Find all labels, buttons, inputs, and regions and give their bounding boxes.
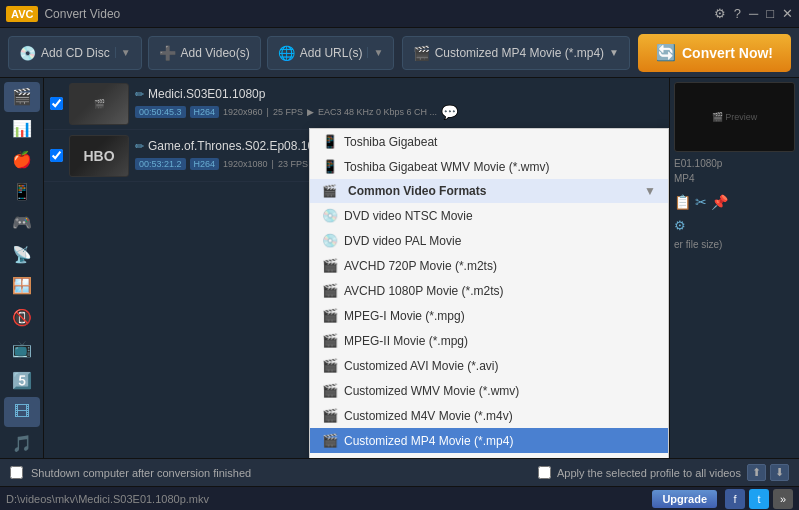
side-icon-bar: 🎬 📊 🍎 📱 🎮 📡 🪟 📵 📺 5️⃣ 🎞 🎵 — [0, 78, 44, 458]
app-title: Convert Video — [44, 7, 713, 21]
help-icon[interactable]: ? — [734, 6, 741, 21]
format-dropdown[interactable]: 📱 Toshiba Gigabeat 📱 Toshiba Gigabeat WM… — [309, 128, 669, 458]
item-icon-0: 💿 — [322, 208, 338, 223]
settings-small-icon[interactable]: ⚙ — [674, 218, 686, 233]
sidebar-item-windows[interactable]: 🪟 — [4, 271, 40, 301]
right-panel-info: E01.1080p MP4 — [674, 156, 795, 186]
file2-edit-icon: ✏ — [135, 140, 144, 153]
minimize-icon[interactable]: ─ — [749, 6, 758, 21]
right-panel-actions[interactable]: 📋 ✂ 📌 — [674, 194, 795, 210]
apply-icon-2[interactable]: ⬇ — [770, 464, 789, 481]
item-icon-6: 🎬 — [322, 358, 338, 373]
sidebar-item-film[interactable]: 🎞 — [4, 397, 40, 427]
close-icon[interactable]: ✕ — [782, 6, 793, 21]
dropdown-group-item-2[interactable]: 🎬AVCHD 720P Movie (*.m2ts) — [310, 253, 668, 278]
toshiba-icon: 📱 — [322, 134, 338, 149]
shutdown-checkbox[interactable] — [10, 466, 23, 479]
item-icon-2: 🎬 — [322, 258, 338, 273]
add-url-button[interactable]: 🌐 Add URL(s) ▼ — [267, 36, 395, 70]
file1-thumbnail: 🎬 — [69, 83, 129, 125]
dropdown-item-toshiba[interactable]: 📱 Toshiba Gigabeat — [310, 129, 668, 154]
file2-checkbox[interactable] — [50, 149, 63, 162]
file1-edit-icon: ✏ — [135, 88, 144, 101]
list-item: 🎬 ✏ Medici.S03E01.1080p 00:50:45.3 H264 … — [44, 78, 669, 130]
apply-icons[interactable]: ⬆ ⬇ — [747, 464, 789, 481]
toshiba-wmv-icon: 📱 — [322, 159, 338, 174]
convert-now-label: Convert Now! — [682, 45, 773, 61]
dropdown-group-items: 💿DVD video NTSC Movie💿DVD video PAL Movi… — [310, 203, 668, 458]
file2-thumbnail: HBO — [69, 135, 129, 177]
refresh-icon: 🔄 — [656, 43, 676, 62]
dropdown-group-item-6[interactable]: 🎬Customized AVI Movie (*.avi) — [310, 353, 668, 378]
twitter-icon[interactable]: t — [749, 489, 769, 509]
upgrade-button[interactable]: Upgrade — [652, 490, 717, 508]
add-video-button[interactable]: ➕ Add Video(s) — [148, 36, 261, 70]
file-size-info: er file size) — [674, 237, 795, 252]
group-collapse-icon[interactable]: ▼ — [644, 184, 656, 198]
social-icons[interactable]: f t » — [725, 489, 793, 509]
file1-checkbox[interactable] — [50, 97, 63, 110]
item-icon-8: 🎬 — [322, 408, 338, 423]
format-arrow[interactable]: ▼ — [609, 47, 619, 58]
dropdown-group-item-10[interactable]: 🎬Apple QuickTime Movie (*.mov) — [310, 453, 668, 458]
dropdown-group-item-4[interactable]: 🎬MPEG-I Movie (*.mpg) — [310, 303, 668, 328]
add-url-arrow[interactable]: ▼ — [367, 47, 383, 58]
dropdown-group-header[interactable]: 🎬 Common Video Formats ▼ — [310, 179, 668, 203]
maximize-icon[interactable]: □ — [766, 6, 774, 21]
sidebar-item-video[interactable]: 🎬 — [4, 82, 40, 112]
settings-row: ⚙ — [674, 218, 795, 233]
apply-icon-1[interactable]: ⬆ — [747, 464, 766, 481]
cut-icon[interactable]: ✂ — [695, 194, 707, 210]
toolbar-right: 🎬 Customized MP4 Movie (*.mp4) ▼ 🔄 Conve… — [402, 34, 791, 72]
dropdown-group-item-0[interactable]: 💿DVD video NTSC Movie — [310, 203, 668, 228]
main-area: 🎬 📊 🍎 📱 🎮 📡 🪟 📵 📺 5️⃣ 🎞 🎵 🎬 ✏ Medici.S03… — [0, 78, 799, 458]
sidebar-item-html5[interactable]: 5️⃣ — [4, 366, 40, 396]
video-add-icon: ➕ — [159, 45, 176, 61]
copy-icon[interactable]: 📋 — [674, 194, 691, 210]
sidebar-item-tv[interactable]: 📺 — [4, 334, 40, 364]
file-list: 🎬 ✏ Medici.S03E01.1080p 00:50:45.3 H264 … — [44, 78, 669, 458]
app-logo: AVC — [6, 6, 38, 22]
dropdown-group-item-3[interactable]: 🎬AVCHD 1080P Movie (*.m2ts) — [310, 278, 668, 303]
file-path: D:\videos\mkv\Medici.S03E01.1080p.mkv — [6, 493, 644, 505]
sidebar-item-huawei[interactable]: 📡 — [4, 240, 40, 270]
add-video-label: Add Video(s) — [181, 46, 250, 60]
sidebar-item-music[interactable]: 🎵 — [4, 429, 40, 459]
dropdown-group-item-7[interactable]: 🎬Customized WMV Movie (*.wmv) — [310, 378, 668, 403]
status-bar: Shutdown computer after conversion finis… — [0, 458, 799, 486]
dropdown-group-item-8[interactable]: 🎬Customized M4V Movie (*.m4v) — [310, 403, 668, 428]
more-icon[interactable]: » — [773, 489, 793, 509]
url-icon: 🌐 — [278, 45, 295, 61]
format-icon: 🎬 — [413, 45, 430, 61]
dropdown-group-item-1[interactable]: 💿DVD video PAL Movie — [310, 228, 668, 253]
right-panel-thumbnail: 🎬 Preview — [674, 82, 795, 152]
sidebar-item-playstation[interactable]: 🎮 — [4, 208, 40, 238]
sidebar-item-apple[interactable]: 🍎 — [4, 145, 40, 175]
file1-meta: 00:50:45.3 H264 1920x960 | 25 FPS ▶ EAC3… — [135, 104, 663, 120]
facebook-icon[interactable]: f — [725, 489, 745, 509]
dropdown-group-item-5[interactable]: 🎬MPEG-II Movie (*.mpg) — [310, 328, 668, 353]
item-icon-1: 💿 — [322, 233, 338, 248]
item-icon-3: 🎬 — [322, 283, 338, 298]
paste-icon[interactable]: 📌 — [711, 194, 728, 210]
convert-now-button[interactable]: 🔄 Convert Now! — [638, 34, 791, 72]
add-cd-button[interactable]: 💿 Add CD Disc ▼ — [8, 36, 142, 70]
file1-message-icon[interactable]: 💬 — [441, 104, 458, 120]
add-cd-label: Add CD Disc — [41, 46, 110, 60]
sidebar-item-android[interactable]: 📱 — [4, 177, 40, 207]
group-icon: 🎬 — [322, 184, 337, 198]
add-cd-arrow[interactable]: ▼ — [115, 47, 131, 58]
item-icon-5: 🎬 — [322, 333, 338, 348]
item-icon-9: 🎬 — [322, 433, 338, 448]
dropdown-item-toshiba-wmv[interactable]: 📱 Toshiba Gigabeat WMV Movie (*.wmv) — [310, 154, 668, 179]
sidebar-item-chart[interactable]: 📊 — [4, 114, 40, 144]
file1-name: ✏ Medici.S03E01.1080p — [135, 87, 663, 101]
settings-icon[interactable]: ⚙ — [714, 6, 726, 21]
add-url-label: Add URL(s) — [300, 46, 363, 60]
apply-all-checkbox[interactable] — [538, 466, 551, 479]
apply-all-text: Apply the selected profile to all videos — [557, 467, 741, 479]
format-selector[interactable]: 🎬 Customized MP4 Movie (*.mp4) ▼ — [402, 36, 630, 70]
sidebar-item-phone[interactable]: 📵 — [4, 303, 40, 333]
dropdown-group-item-9[interactable]: 🎬Customized MP4 Movie (*.mp4) — [310, 428, 668, 453]
window-controls[interactable]: ⚙ ? ─ □ ✕ — [714, 6, 793, 21]
